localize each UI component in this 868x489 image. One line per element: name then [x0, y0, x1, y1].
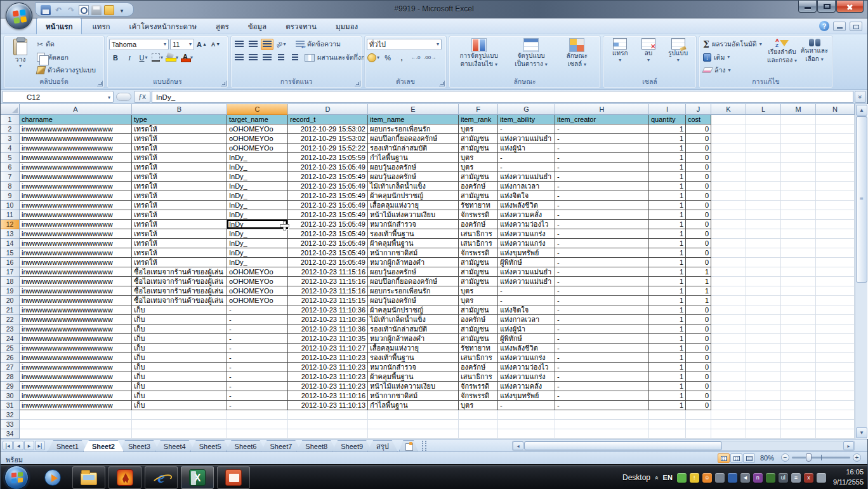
cell-J23[interactable]: 0	[686, 325, 711, 334]
cell-D24[interactable]: 2012-10-23 11:10:35	[288, 334, 368, 344]
row-header-25[interactable]: 25	[1, 344, 20, 353]
cell-L28[interactable]	[746, 372, 781, 382]
column-header-D[interactable]: D	[288, 104, 368, 115]
cell-A23[interactable]: inwwwwwwwwwwwwwwwww	[20, 325, 132, 334]
cell-D31[interactable]: 2012-10-23 11:10:13	[288, 401, 368, 410]
cell-J19[interactable]: 1	[686, 286, 711, 296]
cell-D34[interactable]	[288, 429, 368, 439]
cell-D32[interactable]	[288, 410, 368, 420]
column-header-L[interactable]: L	[746, 104, 781, 115]
cell-M13[interactable]	[781, 229, 816, 239]
zoom-in-button[interactable]: +	[853, 453, 861, 462]
cell-L18[interactable]	[746, 277, 781, 286]
cell-I10[interactable]: 1	[649, 201, 686, 210]
format-as-table-button[interactable]: จัดรูปแบบ เป็นตาราง ▾	[510, 37, 552, 77]
cell-H23[interactable]: -	[555, 325, 649, 334]
row-header-12[interactable]: 12	[1, 220, 20, 229]
cell-F13[interactable]: เสนาธิการ	[459, 229, 498, 239]
cell-C8[interactable]: InDy_	[227, 182, 288, 191]
row-header-7[interactable]: 7	[1, 172, 20, 182]
cell-C7[interactable]: InDy_	[227, 172, 288, 182]
column-header-I[interactable]: I	[649, 104, 686, 115]
sheet-tab-Sheet7[interactable]: Sheet7	[261, 440, 301, 452]
cell-F18[interactable]: สามัญชน	[459, 277, 498, 286]
cell-D26[interactable]: 2012-10-23 11:10:23	[288, 353, 368, 363]
cell-I12[interactable]: 1	[649, 220, 686, 229]
cell-H7[interactable]: -	[555, 172, 649, 182]
cell-C34[interactable]	[227, 429, 288, 439]
display-icon[interactable]	[728, 473, 737, 483]
sheet-tab-Sheet9[interactable]: Sheet9	[332, 440, 372, 452]
cell-C10[interactable]: InDy_	[227, 201, 288, 210]
cell-J24[interactable]: 0	[686, 334, 711, 344]
agent-icon[interactable]: ☺	[702, 473, 712, 483]
grow-font-button[interactable]: A▲	[195, 39, 208, 50]
cell-F22[interactable]: องครักษ์	[459, 315, 498, 325]
cell-D18[interactable]: 2012-10-23 11:15:16	[288, 277, 368, 286]
cell-F3[interactable]: สามัญชน	[459, 134, 498, 144]
cell-H10[interactable]: -	[555, 201, 649, 210]
cell-G5[interactable]: -	[498, 153, 555, 163]
cell-G24[interactable]: ผู้พิทักษ์	[498, 334, 555, 344]
cell-N24[interactable]	[816, 334, 855, 344]
cell-E2[interactable]: ผอบกระรอกเพื่อนรัก	[368, 124, 459, 134]
row-header-23[interactable]: 23	[1, 325, 20, 334]
cell-B18[interactable]: ซื้อไอเทมจากร้านค้าของผู้เล่น	[132, 277, 227, 286]
cell-K18[interactable]	[711, 277, 746, 286]
cell-A3[interactable]: inwwwwwwwwwwwwwwwww	[20, 134, 132, 144]
cell-N17[interactable]	[816, 267, 855, 277]
cell-N16[interactable]	[816, 258, 855, 267]
cell-G7[interactable]: แห่งความแม่นยำ	[498, 172, 555, 182]
cell-M3[interactable]	[781, 134, 816, 144]
column-header-A[interactable]: A	[20, 104, 132, 115]
cell-H12[interactable]: -	[555, 220, 649, 229]
ribbon-tab[interactable]: มุมมอง	[327, 18, 367, 34]
cell-L11[interactable]	[746, 210, 781, 220]
first-sheet-button[interactable]: |◂	[3, 441, 13, 450]
cell-A9[interactable]: inwwwwwwwwwwwwwwwww	[20, 191, 132, 201]
cell-F30[interactable]: จักรพรรดิ	[459, 391, 498, 401]
cell-K5[interactable]	[711, 153, 746, 163]
column-header-K[interactable]: K	[711, 104, 746, 115]
cell-D5[interactable]: 2012-10-23 15:05:59	[288, 153, 368, 163]
cell-L19[interactable]	[746, 286, 781, 296]
cell-E23[interactable]: รองเท้านักล่าสมบัติ	[368, 325, 459, 334]
column-header-M[interactable]: M	[781, 104, 816, 115]
cell-K30[interactable]	[711, 391, 746, 401]
cell-F9[interactable]: สามัญชน	[459, 191, 498, 201]
cell-E13[interactable]: รองเท้าพื้นฐาน	[368, 229, 459, 239]
cell-C1[interactable]: target_name	[227, 115, 288, 124]
cell-B25[interactable]: เก็บ	[132, 344, 227, 353]
clock[interactable]: 16:05 9/11/2555	[833, 467, 864, 488]
cell-B5[interactable]: เทรดให้	[132, 153, 227, 163]
number-format-select[interactable]: ทั่วไป▾	[367, 39, 442, 50]
cell-G17[interactable]: แห่งความแม่นยำ	[498, 267, 555, 277]
action-center-icon[interactable]: x	[804, 473, 813, 483]
cell-A10[interactable]: inwwwwwwwwwwwwwwwww	[20, 201, 132, 210]
cell-N14[interactable]	[816, 239, 855, 248]
cell-H15[interactable]: -	[555, 248, 649, 258]
cell-C22[interactable]: -	[227, 315, 288, 325]
cell-J29[interactable]: 0	[686, 382, 711, 391]
column-header-E[interactable]: E	[368, 104, 459, 115]
clipboard-icon[interactable]: ≡	[791, 473, 801, 483]
cell-K21[interactable]	[711, 305, 746, 315]
cell-K33[interactable]	[711, 420, 746, 429]
cell-N5[interactable]	[816, 153, 855, 163]
print-preview-icon[interactable]	[79, 5, 89, 15]
cell-E9[interactable]: ผ้าคลุมนักปราชญ์	[368, 191, 459, 201]
cell-H18[interactable]: -	[555, 277, 649, 286]
ribbon-tab[interactable]: ข้อมูล	[239, 18, 275, 34]
increase-decimal-button[interactable]: ←.0	[409, 52, 422, 64]
cell-J8[interactable]: 0	[686, 182, 711, 191]
cell-L22[interactable]	[746, 315, 781, 325]
row-header-21[interactable]: 21	[1, 305, 20, 315]
warning-icon[interactable]: !	[690, 473, 699, 483]
last-sheet-button[interactable]: ▸|	[35, 441, 45, 450]
cell-F10[interactable]: รัชทายาท	[459, 201, 498, 210]
cell-M9[interactable]	[781, 191, 816, 201]
cell-L13[interactable]	[746, 229, 781, 239]
align-left-button[interactable]	[233, 52, 246, 64]
cell-G26[interactable]: แห่งความแกร่ง	[498, 353, 555, 363]
cell-H25[interactable]: -	[555, 344, 649, 353]
